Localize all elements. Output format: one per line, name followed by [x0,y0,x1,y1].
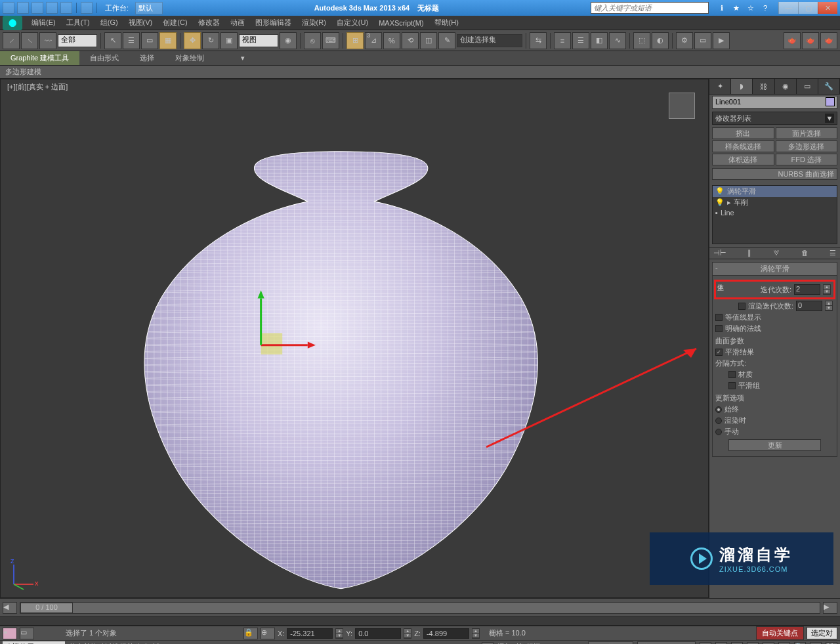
key-mode-combo[interactable]: 选定对 [807,627,837,639]
unlink-icon[interactable]: ⟍ [21,32,38,49]
btn-vol-select[interactable]: 体积选择 [712,154,774,165]
z-field[interactable]: -4.899 [423,628,469,639]
app-menu-icon[interactable]: ⬤ [3,16,22,30]
lightbulb-icon[interactable]: 💡 [715,187,724,196]
viewport-label[interactable]: [+][前][真实 + 边面] [7,82,68,92]
ribbon-tab-selection[interactable]: 选择 [129,51,165,65]
schematic-view-icon[interactable]: ⬚ [633,32,650,49]
render-iter-spinner-buttons[interactable]: ▲▼ [825,301,833,311]
btn-spline-select[interactable]: 样条线选择 [712,140,774,152]
render-iter-checkbox[interactable] [738,303,746,310]
modifier-stack[interactable]: 💡涡轮平滑 💡▸车削 ▪Line [712,185,837,244]
qat-save-icon[interactable] [32,2,43,14]
play-icon[interactable]: ▶ [731,642,743,645]
move-icon[interactable]: ✥ [184,32,201,49]
abs-rel-icon[interactable]: ⊕ [261,628,275,639]
smoothgroup-checkbox[interactable] [728,382,736,389]
select-link-icon[interactable]: ⟋ [3,32,20,49]
teapot3-icon[interactable]: 🫖 [820,32,837,49]
menu-create[interactable]: 创建(C) [158,16,192,30]
selection-filter-combo[interactable]: 全部 [58,34,97,47]
create-tab-icon[interactable]: ✦ [709,79,731,94]
render-setup-icon[interactable]: ⚙ [676,32,693,49]
iterations-spinner-buttons[interactable]: ▲▼ [823,284,831,295]
expand-icon[interactable]: ▪ [715,209,718,217]
mirror-icon[interactable]: ⇆ [530,32,547,49]
configure-sets-icon[interactable]: ☰ [830,249,836,257]
window-crossing-icon[interactable]: ▦ [159,32,177,49]
workspace-dropdown[interactable]: 默认 [135,2,163,14]
update-button[interactable]: 更新 [728,439,821,451]
pin-stack-icon[interactable]: ⊣⊢ [713,249,726,257]
select-object-icon[interactable]: ↖ [104,32,121,49]
viewport[interactable]: [+][前][真实 + 边面] [0,79,709,598]
menu-group[interactable]: 组(G) [95,16,123,30]
material-editor-icon[interactable]: ◐ [652,32,669,49]
menu-customize[interactable]: 自定义(U) [331,16,373,30]
select-manipulate-icon[interactable]: ⎋ [304,32,321,49]
z-spinner[interactable]: ▲▼ [472,628,480,639]
spinner-snap-icon[interactable]: ⟲ [402,32,419,49]
explicit-normals-checkbox[interactable] [715,325,723,332]
bind-space-warp-icon[interactable]: 〰 [39,32,56,49]
btn-patch-select[interactable]: 面片选择 [776,127,838,139]
maximize-button[interactable]: ▢ [798,2,818,14]
object-color-swatch[interactable] [826,97,835,106]
use-pivot-center-icon[interactable]: ◉ [280,32,297,49]
timeline-right-icon[interactable]: ▶ [823,602,837,614]
ribbon-tab-freeform[interactable]: 自由形式 [79,51,129,65]
rollout-header[interactable]: -涡轮平滑 [713,263,837,276]
qat-undo-icon[interactable] [46,2,58,14]
maxscript-mini-listener[interactable]: 欢迎使用 MAXScr [3,641,65,644]
auto-key-button[interactable]: 自动关键点 [756,626,804,640]
time-slider[interactable]: 0 / 100 [20,602,820,614]
next-frame-icon[interactable]: ▶ [747,642,759,645]
menu-help[interactable]: 帮助(H) [429,16,464,30]
menu-modifiers[interactable]: 修改器 [193,16,225,30]
ribbon-tab-object-paint[interactable]: 对象绘制 [165,51,215,65]
modifier-list-combo[interactable]: 修改器列表▼ [712,112,837,125]
btn-poly-select[interactable]: 多边形选择 [776,140,838,152]
render-iter-spinner[interactable]: 0 [796,301,822,311]
prev-frame-icon[interactable]: ◀ [715,642,727,645]
menu-animation[interactable]: 动画 [225,16,250,30]
update-always-radio[interactable] [715,406,722,413]
menu-tools[interactable]: 工具(T) [61,16,95,30]
qat-new-icon[interactable] [3,2,14,14]
goto-end-icon[interactable]: ⏭ [763,642,774,645]
favorites-icon[interactable]: ☆ [746,3,756,13]
modify-tab-icon[interactable]: ◗ [731,79,753,94]
nav-zoom-icon[interactable]: 🔍 [794,642,806,645]
rectangle-region-icon[interactable]: ▭ [141,32,158,49]
material-checkbox[interactable] [728,371,736,378]
qat-open-icon[interactable] [17,2,29,14]
named-selection-combo[interactable]: 创建选择集 [457,34,522,47]
btn-extrude[interactable]: 挤出 [712,127,774,139]
nav-maximize-icon[interactable]: ⛶ [826,642,837,645]
menu-views[interactable]: 视图(V) [123,16,158,30]
remove-modifier-icon[interactable]: 🗑 [801,249,808,257]
curve-editor-icon[interactable]: ∿ [609,32,626,49]
rotate-icon[interactable]: ↻ [202,32,219,49]
x-spinner[interactable]: ▲▼ [335,628,343,639]
menu-maxscript[interactable]: MAXScript(M) [373,17,429,29]
make-unique-icon[interactable]: ⩔ [773,249,780,257]
btn-nurbs-select[interactable]: NURBS 曲面选择 [712,168,837,180]
select-by-name-icon[interactable]: ☰ [123,32,140,49]
scale-icon[interactable]: ▣ [220,32,238,49]
btn-ffd-select[interactable]: FFD 选择 [776,154,838,165]
time-tag-icon[interactable]: 🏷 [482,642,494,645]
ribbon-tab-graphite[interactable]: Graphite 建模工具 [0,51,79,65]
object-name-field[interactable]: Line001 [712,96,837,109]
align-icon[interactable]: ≡ [554,32,571,49]
show-end-result-icon[interactable]: ∥ [747,249,751,257]
percent-snap-icon[interactable]: % [383,32,400,49]
menu-graph-editors[interactable]: 图形编辑器 [250,16,297,30]
ref-coord-combo[interactable]: 视图 [239,34,278,47]
y-field[interactable]: 0.0 [355,628,401,639]
lightbulb-icon[interactable]: 💡 [715,198,724,207]
ribbon-panel-polymodel[interactable]: 多边形建模 [0,66,840,79]
lock-selection-icon[interactable]: 🔒 [243,628,258,639]
nav-orbit-icon[interactable]: ↻ [810,642,822,645]
update-manual-radio[interactable] [715,429,722,435]
